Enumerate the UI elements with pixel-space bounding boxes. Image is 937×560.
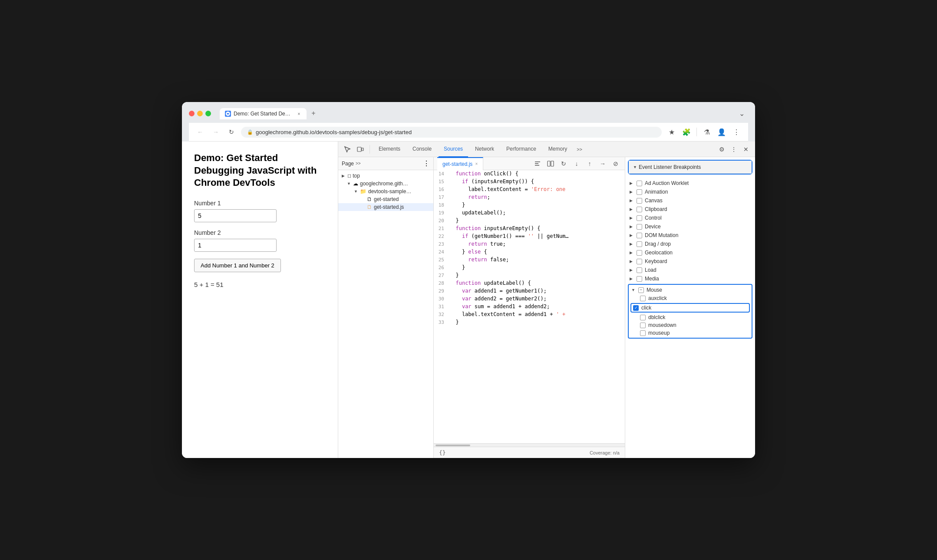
bp-check-device[interactable] — [637, 224, 642, 230]
code-line-29: 29 var addend1 = getNumber1(); — [434, 287, 625, 295]
format-code-icon[interactable] — [532, 158, 543, 169]
refresh-icon[interactable]: ↻ — [558, 158, 569, 169]
bp-item-mouseup[interactable]: mouseup — [629, 329, 752, 337]
tree-item-top[interactable]: ▶ □ top — [338, 172, 433, 180]
forward-button[interactable]: → — [210, 126, 222, 138]
bp-check-control[interactable] — [637, 215, 642, 221]
tab-dropdown-button[interactable]: ⌄ — [736, 108, 748, 119]
add-numbers-button[interactable]: Add Number 1 and Number 2 — [194, 259, 281, 272]
bp-category-load[interactable]: ▶ Load — [625, 266, 755, 274]
page-content: Demo: Get Started Debugging JavaScript w… — [182, 142, 338, 458]
more-options-icon[interactable]: ⋮ — [728, 144, 739, 155]
tree-item-get-started[interactable]: ▶ 🗋 get-started — [338, 195, 433, 203]
bp-check-geo[interactable] — [637, 250, 642, 256]
bp-label-click: click — [641, 305, 651, 311]
menu-button[interactable]: ⋮ — [730, 125, 743, 138]
tree-item-googlechrome[interactable]: ▼ ☁ googlechrome.gith… — [338, 180, 433, 188]
settings-icon[interactable]: ⚙ — [716, 144, 727, 155]
code-scrollbar[interactable] — [434, 443, 625, 447]
scrollbar-thumb[interactable] — [436, 445, 470, 446]
tree-item-devtools-samples[interactable]: ▼ 📁 devtools-sample… — [338, 188, 433, 195]
tab-sources[interactable]: Sources — [439, 142, 468, 157]
tree-label-js: get-started.js — [374, 204, 404, 210]
lab-button[interactable]: ⚗ — [700, 125, 713, 138]
bp-check-drag[interactable] — [637, 241, 642, 247]
file-tree-menu[interactable]: ⋮ — [423, 159, 430, 168]
bp-category-keyboard[interactable]: ▶ Keyboard — [625, 257, 755, 266]
breakpoints-icon[interactable]: ⊘ — [610, 158, 621, 169]
bookmark-button[interactable]: ★ — [665, 125, 678, 138]
tab-memory[interactable]: Memory — [543, 142, 572, 157]
click-item-outline[interactable]: click — [630, 303, 750, 313]
minimize-window-button[interactable] — [197, 111, 203, 116]
bp-check-auxclick[interactable] — [640, 296, 646, 301]
inspect-element-icon[interactable] — [342, 144, 353, 155]
bp-category-drag-drop[interactable]: ▶ Drag / drop — [625, 240, 755, 248]
tabs-more-button[interactable]: >> — [574, 142, 585, 157]
file-tree-more[interactable]: >> — [356, 161, 361, 166]
bp-item-dblclick[interactable]: dblclick — [629, 313, 752, 321]
svg-rect-7 — [551, 161, 554, 166]
tab-elements[interactable]: Elements — [373, 142, 406, 157]
bp-category-canvas[interactable]: ▶ Canvas — [625, 196, 755, 205]
back-button[interactable]: ← — [194, 126, 206, 138]
tab-title: Demo: Get Started Debuggin… — [234, 111, 292, 117]
tab-close-button[interactable]: × — [297, 111, 301, 117]
bp-check-dom[interactable] — [637, 233, 642, 238]
mouse-checkbox[interactable]: − — [638, 287, 644, 293]
bp-category-dom-mutation[interactable]: ▶ DOM Mutation — [625, 231, 755, 240]
bp-item-auxclick[interactable]: auxclick — [629, 294, 752, 302]
browser-tab[interactable]: Demo: Get Started Debuggin… × — [220, 108, 307, 119]
bp-category-clipboard[interactable]: ▶ Clipboard — [625, 205, 755, 214]
page-label[interactable]: Page — [342, 161, 354, 167]
svg-rect-2 — [362, 148, 363, 151]
close-devtools-icon[interactable]: ✕ — [740, 144, 752, 155]
svg-rect-4 — [535, 163, 538, 164]
down-arrow-icon[interactable]: ↓ — [571, 158, 582, 169]
maximize-window-button[interactable] — [205, 111, 211, 116]
format-button[interactable]: {} — [439, 449, 446, 456]
bp-check-canvas[interactable] — [637, 198, 642, 204]
bp-check-dblclick[interactable] — [640, 315, 646, 320]
bp-category-animation[interactable]: ▶ Animation — [625, 188, 755, 196]
code-tab-get-started-js[interactable]: get-started.js × — [437, 157, 483, 170]
bp-category-control[interactable]: ▶ Control — [625, 214, 755, 222]
event-listener-breakpoints-header[interactable]: ▼ Event Listener Breakpoints — [629, 161, 752, 174]
new-tab-button[interactable]: + — [307, 107, 320, 119]
reload-button[interactable]: ↻ — [225, 126, 238, 138]
bp-check-load[interactable] — [637, 267, 642, 273]
bp-check-media[interactable] — [637, 276, 642, 282]
bp-category-geolocation[interactable]: ▶ Geolocation — [625, 248, 755, 257]
tab-performance[interactable]: Performance — [501, 142, 541, 157]
close-window-button[interactable] — [189, 111, 195, 116]
columns-icon[interactable] — [545, 158, 556, 169]
device-toolbar-icon[interactable] — [355, 144, 366, 155]
bp-label-device: Device — [645, 224, 661, 230]
bp-check-mousedown[interactable] — [640, 323, 646, 328]
up-arrow-icon[interactable]: ↑ — [584, 158, 595, 169]
bp-label-auxclick: auxclick — [648, 295, 667, 301]
step-next-icon[interactable]: → — [597, 158, 608, 169]
extensions-button[interactable]: 🧩 — [680, 125, 693, 138]
number1-input[interactable] — [194, 209, 277, 222]
code-tab-close[interactable]: × — [475, 161, 478, 166]
bp-check-keyboard[interactable] — [637, 259, 642, 264]
bp-check-animation[interactable] — [637, 189, 642, 195]
bp-check-clipboard[interactable] — [637, 207, 642, 212]
bp-category-device[interactable]: ▶ Device — [625, 222, 755, 231]
tree-item-get-started-js[interactable]: ▶ 🗋 get-started.js — [338, 203, 433, 211]
bp-check-click[interactable] — [633, 305, 639, 311]
bp-category-media[interactable]: ▶ Media — [625, 274, 755, 283]
address-bar[interactable]: 🔒 googlechrome.github.io/devtools-sample… — [241, 127, 662, 138]
tab-network[interactable]: Network — [470, 142, 499, 157]
bp-check-ad[interactable] — [637, 181, 642, 186]
mouse-header[interactable]: ▼ − Mouse — [629, 286, 752, 294]
code-line-23: 23 return true; — [434, 240, 625, 248]
bp-arrow-animation: ▶ — [630, 190, 634, 194]
bp-check-mouseup[interactable] — [640, 330, 646, 336]
bp-item-mousedown[interactable]: mousedown — [629, 321, 752, 329]
profile-button[interactable]: 👤 — [715, 125, 728, 138]
tab-console[interactable]: Console — [407, 142, 437, 157]
bp-category-ad-auction[interactable]: ▶ Ad Auction Worklet — [625, 179, 755, 188]
number2-input[interactable] — [194, 239, 277, 252]
